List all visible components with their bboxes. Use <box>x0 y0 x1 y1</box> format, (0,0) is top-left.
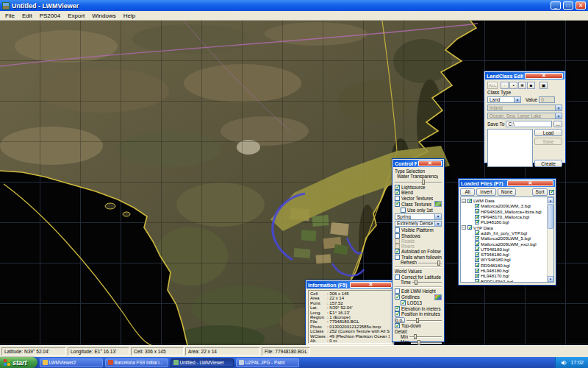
blend-checkbox[interactable] <box>395 190 400 195</box>
loaded-file-item[interactable]: − VTP Data <box>462 224 547 230</box>
brush-size-2-icon[interactable]: ▪ <box>509 82 517 89</box>
loaded-file-item[interactable]: − Mallorca2009LWM_excl.bgl <box>462 241 547 246</box>
tree-collapse-icon[interactable]: − <box>462 199 466 203</box>
file-checkbox[interactable] <box>475 241 479 246</box>
autoload-checkbox[interactable] <box>395 249 400 254</box>
chevron-down-icon[interactable]: ▼ <box>434 214 441 219</box>
minimize-button[interactable]: _ <box>551 1 561 10</box>
menu-item[interactable]: File <box>1 13 18 19</box>
lod13-checkbox[interactable] <box>401 300 406 305</box>
chevron-down-icon[interactable]: ▼ <box>434 222 441 227</box>
invert-button[interactable]: Invert <box>476 188 496 196</box>
loaded-file-item[interactable]: − LWM Data <box>462 198 547 203</box>
file-checkbox[interactable] <box>475 252 479 257</box>
control-panel-titlebar[interactable]: Control Panel (F2) ✕ <box>393 160 443 167</box>
time-slider[interactable] <box>412 279 442 285</box>
all-button[interactable]: All <box>460 188 475 196</box>
refresh-slider[interactable] <box>418 260 442 266</box>
shadows-checkbox[interactable] <box>395 233 400 238</box>
file-checkbox[interactable] <box>475 236 479 241</box>
loaded-file-item[interactable]: − ST948180.bgl <box>462 252 547 257</box>
use-only-1st-checkbox[interactable] <box>401 208 406 213</box>
menu-item[interactable]: Edit <box>18 13 36 19</box>
loaded-file-item[interactable]: − addh_fnl_poly_VTP.bgl <box>462 230 547 236</box>
menu-item[interactable]: Export <box>64 13 88 19</box>
loaded-files-titlebar[interactable]: Loaded Files (F7) ✕ <box>459 180 555 187</box>
loaded-file-item[interactable]: − Mallorca2009LWM_3.bgl <box>462 203 547 208</box>
loaded-file-item[interactable]: − UT948180.bgl <box>462 247 547 252</box>
file-checkbox[interactable] <box>467 199 472 203</box>
landclass-titlebar[interactable]: LandClass Editing (F4) ✕ <box>485 72 564 79</box>
file-checkbox[interactable] <box>467 225 472 230</box>
loaded-file-item[interactable]: − HL948170.bgl <box>462 273 547 278</box>
close-button[interactable]: ✕ <box>576 1 586 10</box>
browse-button[interactable]: ... <box>553 121 562 127</box>
file-checkbox[interactable] <box>475 274 479 278</box>
create-button[interactable]: Create <box>534 160 562 167</box>
file-checkbox[interactable] <box>475 204 479 208</box>
loaded-file-item[interactable]: − HP948170_Mallorca.bgl <box>462 214 547 219</box>
window-titlebar[interactable]: Untitled - LWMViewer _ □ ✕ <box>0 0 588 11</box>
file-checkbox[interactable] <box>475 220 479 224</box>
texture-preview-button[interactable] <box>434 201 442 207</box>
information-close-icon[interactable]: ✕ <box>350 282 392 288</box>
task-button[interactable]: LWMViewer2 <box>40 358 103 367</box>
scroll-down-icon[interactable]: ▼ <box>548 276 553 282</box>
menu-item[interactable]: Help <box>120 13 139 19</box>
landclass-close-icon[interactable]: ✕ <box>525 73 563 79</box>
file-checkbox[interactable] <box>475 230 479 235</box>
load-button[interactable]: Load <box>534 129 562 136</box>
brush-pattern-icon[interactable]: ▣ <box>539 82 548 89</box>
file-checkbox[interactable] <box>475 247 479 251</box>
class-textures-checkbox[interactable] <box>395 202 400 207</box>
landclass-listbox[interactable] <box>487 129 533 167</box>
coord-slider[interactable] <box>406 317 442 323</box>
file-checkbox[interactable] <box>475 263 479 267</box>
file-checkbox[interactable] <box>475 258 479 262</box>
brush-size-3-icon[interactable]: ◾ <box>518 82 526 89</box>
scroll-thumb[interactable] <box>548 204 553 229</box>
list-scrollbar[interactable]: ▲ ▼ <box>547 197 553 282</box>
sort-checkbox[interactable] <box>549 190 554 195</box>
season-dropdown[interactable]: Spring▼ <box>395 213 442 220</box>
menu-item[interactable]: PS2004 <box>36 13 64 19</box>
visible-platform-checkbox[interactable] <box>395 227 400 233</box>
file-checkbox[interactable] <box>475 269 479 273</box>
position-minutes-checkbox[interactable] <box>395 311 400 316</box>
gridlines-checkbox[interactable] <box>395 294 400 300</box>
loaded-file-item[interactable]: − HL948180.bgl <box>462 268 547 273</box>
brush-size-4-icon[interactable]: ■ <box>527 82 535 89</box>
chevron-down-icon[interactable]: ▼ <box>514 97 520 102</box>
gridline-color-button[interactable] <box>434 294 442 300</box>
loaded-files-close-icon[interactable]: ✕ <box>507 180 553 186</box>
topdown-checkbox[interactable] <box>395 323 400 328</box>
loaded-file-item[interactable]: − PL948180.bgl <box>462 219 547 224</box>
file-checkbox[interactable] <box>475 209 479 213</box>
brush-size-1-icon[interactable]: · <box>501 82 509 89</box>
control-panel-close-icon[interactable]: ✕ <box>418 160 442 166</box>
start-button[interactable]: start <box>0 357 37 368</box>
loaded-file-item[interactable]: − RD948180.bgl <box>462 263 547 268</box>
loaded-file-item[interactable]: − Mallorca2009LWM_5.bgl <box>462 236 547 241</box>
menu-item[interactable]: Windows <box>88 13 119 19</box>
speaker-icon[interactable] <box>562 360 567 366</box>
information-dialog-titlebar[interactable]: Information (F5) ✕ <box>306 281 393 289</box>
maximize-button[interactable]: □ <box>563 1 573 10</box>
trails-checkbox[interactable] <box>395 255 400 260</box>
loaded-file-item[interactable]: − HP948180_Mallorca+Ibiza.bgl <box>462 209 547 214</box>
density-dropdown[interactable]: Extremely Dense▼ <box>395 221 442 227</box>
save-path-input[interactable]: C:\ <box>506 121 552 127</box>
task-button[interactable]: Untitled - LWMViewer <box>171 358 234 367</box>
correct-latitude-checkbox[interactable] <box>395 275 400 280</box>
scroll-up-icon[interactable]: ▲ <box>548 197 553 203</box>
sort-button[interactable]: Sort <box>532 188 548 196</box>
tree-collapse-icon[interactable]: − <box>462 225 466 230</box>
task-button[interactable]: Barcelona FS9 Initial i... <box>105 358 168 367</box>
loaded-files-list[interactable]: − LWM Data − Mallorca2009LWM_3.bgl − <box>461 197 547 282</box>
loaded-file-item[interactable]: − WY948180.bgl <box>462 257 547 262</box>
file-checkbox[interactable] <box>475 279 479 282</box>
class-type-dropdown[interactable]: Land▼ <box>487 96 521 103</box>
task-button[interactable]: UZPAL.JPG - Paint <box>236 358 299 367</box>
file-checkbox[interactable] <box>475 215 479 219</box>
loaded-file-item[interactable]: − BR9EURW1.bgl <box>462 278 547 282</box>
